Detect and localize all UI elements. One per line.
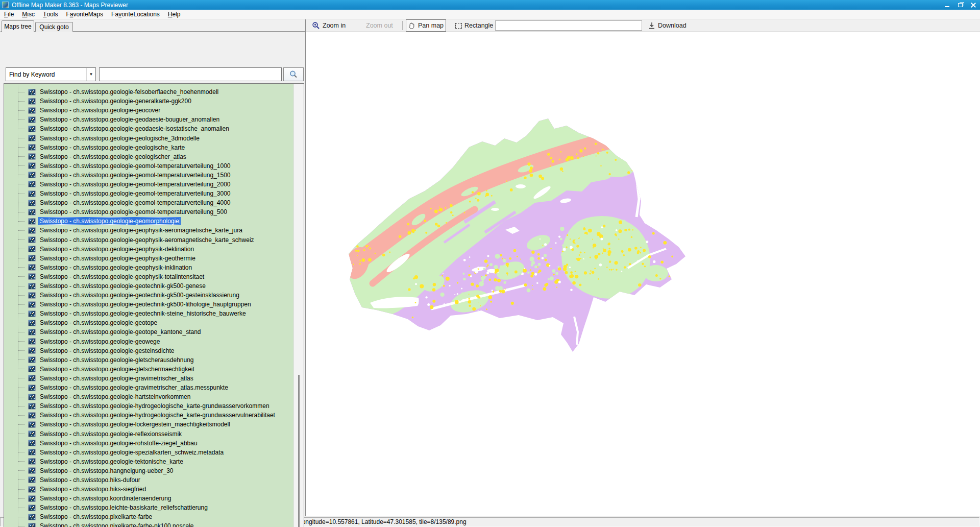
tree-item[interactable]: Swisstopo - ch.swisstopo.hangneigung-ueb… (4, 466, 304, 475)
tab-quick-goto[interactable]: Quick goto (35, 22, 73, 32)
tree-item[interactable]: Swisstopo - ch.swisstopo.geologie-geomol… (4, 189, 304, 198)
tab-maps-tree[interactable]: Maps tree (2, 20, 34, 32)
tab-maps-tree-label: Maps tree (4, 23, 31, 30)
map-thumbnail-icon (28, 347, 36, 354)
tree-item[interactable]: Swisstopo - ch.swisstopo.koordinatenaend… (4, 494, 304, 503)
tree-item[interactable]: Swisstopo - ch.swisstopo.geologie-geophy… (4, 235, 304, 245)
tree-item[interactable]: Swisstopo - ch.swisstopo.leichte-basiska… (4, 503, 304, 512)
menu-favoritelocations[interactable]: FavoriteLocations (107, 10, 164, 19)
tree-item[interactable]: Swisstopo - ch.swisstopo.geologie-geotec… (4, 309, 304, 318)
tree-item[interactable]: Swisstopo - ch.swisstopo.geologie-geophy… (4, 226, 304, 235)
map-thumbnail-icon (28, 338, 36, 345)
map-thumbnail-icon (28, 495, 36, 502)
tree-item[interactable]: Swisstopo - ch.swisstopo.geologie-spezia… (4, 448, 304, 457)
chevron-down-icon[interactable]: ▼ (86, 68, 95, 81)
tree-item[interactable]: Swisstopo - ch.swisstopo.geologie-gravim… (4, 374, 304, 383)
map-thumbnail-icon (28, 246, 36, 252)
map-thumbnail-icon (28, 467, 36, 474)
tree-item[interactable]: Swisstopo - ch.swisstopo.geologie-geoweg… (4, 337, 304, 346)
tree-connector (18, 443, 25, 443)
keyword-filter-select[interactable]: Find by Keyword ▼ (6, 67, 96, 81)
map-thumbnail-icon (28, 329, 36, 336)
tree-item[interactable]: Swisstopo - ch.swisstopo.geologie-reflex… (4, 429, 304, 438)
tree-item[interactable]: Swisstopo - ch.swisstopo.geologie-geomol… (4, 180, 304, 189)
tree-item[interactable]: Swisstopo - ch.swisstopo.geologie-geophy… (4, 245, 304, 254)
tree-scrollbar[interactable] (293, 84, 304, 527)
tree-item-label: Swisstopo - ch.swisstopo.geologie-reflex… (38, 430, 183, 438)
tree-item[interactable]: Swisstopo - ch.swisstopo.geologie-tekton… (4, 457, 304, 466)
maps-tree-panel: Find by Keyword ▼ Swisstopo - ch.swissto… (1, 31, 305, 515)
tree-item-label: Swisstopo - ch.swisstopo.geologie-gravim… (38, 384, 230, 392)
menu-misc[interactable]: Misc (18, 10, 39, 19)
tree-item[interactable]: Swisstopo - ch.swisstopo.geologie-felsob… (4, 87, 304, 97)
map-thumbnail-icon (28, 181, 36, 187)
tree-item[interactable]: Swisstopo - ch.swisstopo.geologie-gletsc… (4, 365, 304, 374)
tree-item[interactable]: Swisstopo - ch.swisstopo.geologie-geophy… (4, 254, 304, 263)
tree-item[interactable]: Swisstopo - ch.swisstopo.geologie-geolog… (4, 143, 304, 152)
tree-item[interactable]: Swisstopo - ch.swisstopo.pixelkarte-farb… (4, 521, 304, 527)
tree-item[interactable]: Swisstopo - ch.swisstopo.geologie-geotop… (4, 318, 304, 327)
tree-item[interactable]: Swisstopo - ch.swisstopo.geologie-hydrog… (4, 411, 304, 420)
tree-item[interactable]: Swisstopo - ch.swisstopo.geologie-hydrog… (4, 401, 304, 411)
tree-item[interactable]: Swisstopo - ch.swisstopo.geologie-geotop… (4, 327, 304, 337)
zoom-in-button[interactable]: Zoom in (310, 19, 348, 32)
tree-item[interactable]: Swisstopo - ch.swisstopo.geologie-gestei… (4, 346, 304, 355)
tree-item[interactable]: Swisstopo - ch.swisstopo.geologie-geocov… (4, 106, 304, 115)
tree-item[interactable]: Swisstopo - ch.swisstopo.geologie-genera… (4, 97, 304, 106)
tree-item-label: Swisstopo - ch.swisstopo.geologie-geomol… (38, 199, 232, 207)
tree-item[interactable]: Swisstopo - ch.swisstopo.geologie-locker… (4, 420, 304, 429)
tree-item[interactable]: Swisstopo - ch.swisstopo.geologie-geophy… (4, 272, 304, 281)
menu-help[interactable]: Help (164, 10, 185, 19)
tree-item[interactable]: Swisstopo - ch.swisstopo.geologie-geomol… (4, 198, 304, 207)
tree-item[interactable]: Swisstopo - ch.swisstopo.geologie-geotec… (4, 281, 304, 291)
download-button[interactable]: Download (646, 19, 689, 32)
tree-item[interactable]: Swisstopo - ch.swisstopo.geologie-geotec… (4, 300, 304, 309)
tree-item[interactable]: Swisstopo - ch.swisstopo.hiks-dufour (4, 475, 304, 485)
tree-item[interactable]: Swisstopo - ch.swisstopo.geologie-gravim… (4, 383, 304, 392)
tree-item[interactable]: Swisstopo - ch.swisstopo.hiks-siegfried (4, 485, 304, 494)
maximize-button[interactable] (953, 0, 967, 10)
menu-favoritemaps[interactable]: FavoriteMaps (62, 10, 107, 19)
keyword-filter-value: Find by Keyword (6, 71, 86, 78)
search-button[interactable] (283, 67, 304, 81)
map-thumbnail-icon (28, 310, 36, 317)
map-thumbnail-icon (28, 486, 36, 493)
rectangle-button[interactable]: Rectangle (453, 19, 495, 32)
tree-connector (18, 508, 25, 508)
zoom-out-button[interactable]: Zoom out (364, 19, 395, 32)
tree-connector (18, 350, 25, 351)
pan-map-button[interactable]: Pan map (406, 19, 446, 32)
tree-item[interactable]: Swisstopo - ch.swisstopo.geologie-geomol… (4, 207, 304, 217)
menu-bar: FileMiscToolsFavoriteMapsFavoriteLocatio… (0, 10, 980, 19)
tree-item[interactable]: Swisstopo - ch.swisstopo.geologie-geodae… (4, 115, 304, 124)
tree-item-label: Swisstopo - ch.swisstopo.geologie-tekton… (38, 458, 185, 466)
tree-item-label: Swisstopo - ch.swisstopo.geologie-locker… (38, 420, 232, 428)
tree-connector (18, 406, 25, 406)
offline-map-maker-window: { "window": { "title": "Offline Map Make… (0, 0, 980, 527)
tree-item[interactable]: Swisstopo - ch.swisstopo.geologie-geolog… (4, 152, 304, 161)
map-viewport[interactable] (306, 32, 980, 516)
tree-item[interactable]: Swisstopo - ch.swisstopo.geologie-geophy… (4, 263, 304, 272)
tree-item[interactable]: Swisstopo - ch.swisstopo.pixelkarte-farb… (4, 512, 304, 521)
tree-item[interactable]: Swisstopo - ch.swisstopo.geologie-geomol… (4, 171, 304, 180)
close-button[interactable] (967, 0, 980, 10)
tree-item[interactable]: Swisstopo - ch.swisstopo.geologie-geotec… (4, 291, 304, 300)
tree-item-label: Swisstopo - ch.swisstopo.geologie-geolog… (38, 153, 188, 161)
tree-item[interactable]: Swisstopo - ch.swisstopo.geologie-geodae… (4, 124, 304, 133)
tree-item-label: Swisstopo - ch.swisstopo.geologie-geophy… (38, 236, 256, 244)
tree-item[interactable]: Swisstopo - ch.swisstopo.geologie-gletsc… (4, 355, 304, 365)
search-input[interactable] (99, 67, 282, 81)
hand-icon (408, 22, 415, 30)
menu-file[interactable]: File (0, 10, 18, 19)
tree-item[interactable]: Swisstopo - ch.swisstopo.geologie-geolog… (4, 133, 304, 142)
toolbar-input[interactable] (495, 20, 642, 31)
tree-connector (18, 184, 25, 184)
tree-item[interactable]: Swisstopo - ch.swisstopo.geologie-geomor… (4, 217, 304, 226)
map-thumbnail-icon (28, 458, 36, 465)
tree-item[interactable]: Swisstopo - ch.swisstopo.geologie-rohsto… (4, 439, 304, 448)
tree-item[interactable]: Swisstopo - ch.swisstopo.geologie-hartst… (4, 392, 304, 401)
tree-scrollbar-thumb[interactable] (298, 375, 300, 527)
minimize-button[interactable] (940, 0, 953, 10)
tree-item[interactable]: Swisstopo - ch.swisstopo.geologie-geomol… (4, 161, 304, 171)
menu-tools[interactable]: Tools (39, 10, 62, 19)
